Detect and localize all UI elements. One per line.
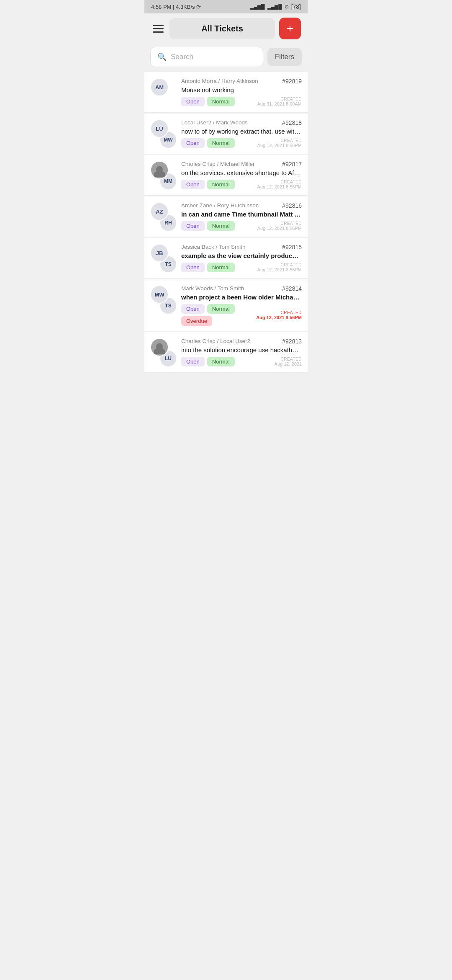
avatar-stack: JBTS [150,244,177,273]
wifi-icon: ⊙ [285,4,289,10]
tag-overdue: Overdue [181,316,212,326]
ticket-users: Archer Zane / Rory Hutchinson [181,202,279,209]
ticket-created-label: CREATED [257,97,302,101]
ticket-content: Archer Zane / Rory Hutchinson#92816in ca… [181,202,302,232]
ticket-item[interactable]: MWTSMark Woods / Tom Smith#92814when pro… [144,279,308,331]
ticket-users: Jessica Back / Tom Smith [181,244,279,250]
ticket-subject: in can and came Time thumbnail Matt Zoom… [181,211,302,218]
ticket-date-wrap: CREATEDAug 12, 2021 8:56PM [256,310,302,320]
ticket-item[interactable]: JBTSJessica Back / Tom Smith#92815exampl… [144,238,308,279]
ticket-top-row: Local User2 / Mark Woods#92818 [181,119,302,126]
tags: OpenNormal [181,180,235,189]
ticket-subject: Mouse not working [181,86,302,93]
tag-open: Open [181,304,205,314]
ticket-content: Local User2 / Mark Woods#92818now to of … [181,119,302,149]
ticket-top-row: Charles Crisp / Michael Miller#92817 [181,161,302,168]
ticket-users: Local User2 / Mark Woods [181,119,279,126]
ticket-content: Charles Crisp / Local User2#92813into th… [181,338,302,367]
tag-normal: Normal [207,97,235,106]
avatar-stack: AM [150,78,177,107]
ticket-item[interactable]: MMCharles Crisp / Michael Miller#92817on… [144,155,308,196]
search-bar[interactable]: 🔍 Search [150,47,263,67]
ticket-created-label: CREATED [257,263,302,267]
add-ticket-button[interactable]: + [279,18,301,39]
ticket-bottom-row: OpenNormalCREATEDAug 31, 2021 8:00AM [181,97,302,106]
ticket-date: Aug 31, 2021 8:00AM [257,101,302,106]
plus-icon: + [287,23,293,34]
ticket-subject: now to of by working extract that. use w… [181,128,302,135]
ticket-subject: when project a been How older Michael th… [181,294,302,301]
ticket-item[interactable]: LUCharles Crisp / Local User2#92813into … [144,332,308,373]
avatar [150,161,169,179]
ticket-users: Antonio Morra / Harry Atkinson [181,78,279,84]
ticket-date-wrap: CREATEDAug 12, 2021 8:56PM [257,138,302,148]
ticket-top-row: Archer Zane / Rory Hutchinson#92816 [181,202,302,209]
ticket-date-wrap: CREATEDAug 12, 2021 [275,357,302,366]
ticket-id: #92813 [282,338,302,345]
ticket-content: Charles Crisp / Michael Miller#92817on t… [181,161,302,190]
ticket-item[interactable]: AZRHArcher Zane / Rory Hutchinson#92816i… [144,196,308,237]
tags: OpenNormal [181,221,235,231]
avatar-stack: LUMW [150,119,177,149]
ticket-subject: example as the view certainly produce gr… [181,252,302,259]
ticket-content: Antonio Morra / Harry Atkinson#92819Mous… [181,78,302,107]
tag-normal: Normal [207,138,235,148]
status-network: 4.3KB/s [176,4,195,10]
status-divider: | [173,4,176,10]
tag-open: Open [181,357,205,366]
tag-open: Open [181,180,205,189]
filters-button[interactable]: Filters [267,48,302,66]
status-bar: 4:58 PM | 4.3KB/s ⟳ ▂▄▆█ ▂▄▆█ ⊙ [78] [144,0,308,13]
avatar-stack: LU [150,338,177,367]
tags: OpenNormal [181,97,235,106]
ticket-item[interactable]: LUMWLocal User2 / Mark Woods#92818now to… [144,113,308,154]
avatar: AZ [150,202,169,221]
ticket-id: #92814 [282,285,302,292]
ticket-users: Charles Crisp / Local User2 [181,338,279,344]
ticket-created-label: CREATED [256,310,302,315]
status-right: ▂▄▆█ ▂▄▆█ ⊙ [78] [250,3,301,10]
hamburger-line [153,31,164,33]
ticket-content: Mark Woods / Tom Smith#92814when project… [181,285,302,326]
tag-open: Open [181,263,205,272]
avatar-stack: AZRH [150,202,177,232]
signal-icon-2: ▂▄▆█ [267,4,282,10]
ticket-item[interactable]: AMAntonio Morra / Harry Atkinson#92819Mo… [144,72,308,113]
ticket-subject: on the services. extensive shortage to A… [181,169,302,176]
ticket-users: Mark Woods / Tom Smith [181,285,279,291]
avatar: AM [150,78,169,96]
hamburger-line [153,25,164,26]
avatar [150,338,169,356]
tags: OpenNormalOverdue [181,304,256,326]
avatar: LU [150,119,169,138]
ticket-bottom-row: OpenNormalCREATEDAug 12, 2021 8:56PM [181,221,302,231]
ticket-created-label: CREATED [275,357,302,361]
ticket-top-row: Charles Crisp / Local User2#92813 [181,338,302,345]
ticket-id: #92819 [282,78,302,85]
ticket-users: Charles Crisp / Michael Miller [181,161,279,167]
tags: OpenNormal [181,263,235,272]
ticket-top-row: Antonio Morra / Harry Atkinson#92819 [181,78,302,85]
ticket-bottom-row: OpenNormalCREATEDAug 12, 2021 8:56PM [181,263,302,272]
search-row: 🔍 Search Filters [144,44,308,70]
ticket-list: AMAntonio Morra / Harry Atkinson#92819Mo… [144,70,308,375]
menu-button[interactable] [151,23,165,34]
search-input[interactable]: Search [171,53,193,61]
tag-normal: Normal [207,221,235,231]
ticket-bottom-row: OpenNormalCREATEDAug 12, 2021 8:56PM [181,138,302,148]
avatar-stack: MM [150,161,177,190]
battery-icon: [78] [291,3,301,10]
ticket-bottom-row: OpenNormalCREATEDAug 12, 2021 [181,357,302,366]
ticket-date: Aug 12, 2021 [275,361,302,366]
tag-open: Open [181,138,205,148]
header-title-wrap: All Tickets [170,18,275,39]
tag-normal: Normal [207,180,235,189]
ticket-date: Aug 12, 2021 8:56PM [257,267,302,272]
avatar: MW [150,285,169,304]
tag-normal: Normal [207,357,235,366]
status-time-network: 4:58 PM | 4.3KB/s ⟳ [151,4,201,10]
ticket-created-label: CREATED [257,138,302,143]
tags: OpenNormal [181,357,235,366]
ticket-date-wrap: CREATEDAug 12, 2021 8:56PM [257,263,302,272]
status-time: 4:58 PM [151,4,171,10]
